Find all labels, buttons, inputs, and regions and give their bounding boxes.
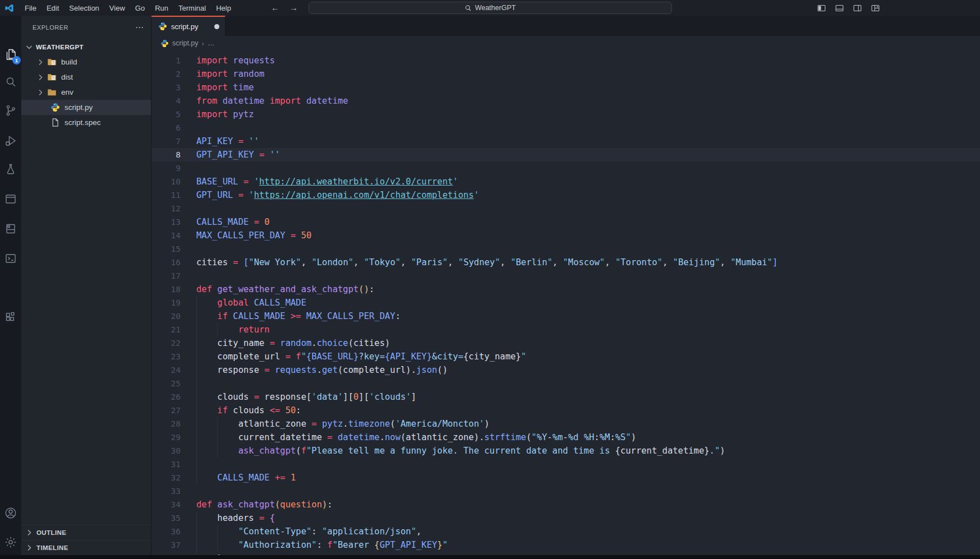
tree-item-dist[interactable]: dist <box>21 70 151 85</box>
code-line-12[interactable]: 12 <box>151 202 980 215</box>
line-content: if CALLS_MADE >= MAX_CALLS_PER_DAY: <box>196 309 401 323</box>
line-content: headers = { <box>196 511 275 525</box>
code-line-31[interactable]: 31 <box>151 458 980 471</box>
run-debug-icon[interactable] <box>3 133 19 149</box>
line-number: 26 <box>151 390 181 404</box>
folder-plain-icon <box>47 87 57 97</box>
settings-gear-icon[interactable] <box>3 534 19 550</box>
menu-file[interactable]: File <box>20 0 42 16</box>
tree-item-script-py[interactable]: script.py <box>21 100 151 115</box>
code-line-24[interactable]: 24 response = requests.get(complete_url)… <box>151 363 980 377</box>
menu-run[interactable]: Run <box>150 0 173 16</box>
search-query-text: WeatherGPT <box>475 4 516 12</box>
code-line-26[interactable]: 26 clouds = response['data'][0]['clouds'… <box>151 390 980 404</box>
line-number: 5 <box>151 108 181 121</box>
code-line-5[interactable]: 5import pytz <box>151 108 980 121</box>
code-line-25[interactable]: 25 <box>151 377 980 390</box>
indent-guide <box>196 471 197 484</box>
line-content: MAX_CALLS_PER_DAY = 50 <box>196 229 311 242</box>
toggle-primary-sidebar-icon[interactable] <box>817 3 826 13</box>
code-line-11[interactable]: 11GPT_URL = 'https://api.openai.com/v1/c… <box>151 188 980 202</box>
indent-guide <box>196 458 197 471</box>
command-center-search[interactable]: WeatherGPT <box>309 2 672 14</box>
code-line-1[interactable]: 1import requests <box>151 54 980 67</box>
code-editor[interactable]: 1import requests2import random3import ti… <box>151 50 980 555</box>
code-line-8[interactable]: 8GPT_API_KEY = '' <box>151 148 980 161</box>
line-content: CALLS_MADE = 0 <box>196 215 270 229</box>
code-line-18[interactable]: 18def get_weather_and_ask_chatgpt(): <box>151 283 980 296</box>
toggle-secondary-sidebar-icon[interactable] <box>853 3 862 13</box>
line-content: cities = ["New York", "London", "Tokyo",… <box>196 256 777 269</box>
code-line-4[interactable]: 4from datetime import datetime <box>151 94 980 108</box>
code-line-9[interactable]: 9 <box>151 161 980 175</box>
explorer-icon[interactable]: 1 <box>3 47 19 62</box>
code-line-36[interactable]: 36 "Content-Type": "application/json", <box>151 525 980 538</box>
timeline-section-header[interactable]: TIMELINE <box>21 540 151 555</box>
menu-view[interactable]: View <box>104 0 130 16</box>
line-number: 29 <box>151 431 181 444</box>
toggle-panel-icon[interactable] <box>835 3 844 13</box>
tree-item-build[interactable]: build <box>21 54 151 70</box>
menu-go[interactable]: Go <box>130 0 150 16</box>
code-line-14[interactable]: 14MAX_CALLS_PER_DAY = 50 <box>151 229 980 242</box>
terminal-icon[interactable] <box>3 251 19 266</box>
code-line-29[interactable]: 29 current_datetime = datetime.now(atlan… <box>151 431 980 444</box>
code-line-6[interactable]: 6 <box>151 121 980 135</box>
menu-help[interactable]: Help <box>211 0 236 16</box>
source-control-icon[interactable] <box>3 103 19 118</box>
chevron-right-icon <box>25 528 34 537</box>
code-line-33[interactable]: 33 <box>151 484 980 498</box>
indent-guide <box>217 444 218 458</box>
code-line-27[interactable]: 27 if clouds <= 50: <box>151 404 980 417</box>
indent-guide <box>196 377 197 390</box>
tree-item-label: env <box>61 88 73 96</box>
tab-script-py[interactable]: script.py <box>151 16 226 36</box>
code-line-2[interactable]: 2import random <box>151 67 980 81</box>
menu-edit[interactable]: Edit <box>42 0 64 16</box>
customize-layout-icon[interactable] <box>871 3 880 13</box>
nav-back-icon[interactable]: ← <box>271 0 279 16</box>
code-line-37[interactable]: 37 "Authorization": f"Bearer {GPT_API_KE… <box>151 538 980 552</box>
code-line-30[interactable]: 30 ask_chatgpt(f"Please tell me a funny … <box>151 444 980 458</box>
code-line-28[interactable]: 28 atlantic_zone = pytz.timezone('Americ… <box>151 417 980 431</box>
line-content: global CALLS_MADE <box>196 296 306 309</box>
code-line-22[interactable]: 22 city_name = random.choice(cities) <box>151 336 980 350</box>
extensions-icon[interactable] <box>3 309 19 325</box>
code-line-16[interactable]: 16cities = ["New York", "London", "Tokyo… <box>151 256 980 269</box>
code-line-32[interactable]: 32 CALLS_MADE += 1 <box>151 471 980 484</box>
code-line-13[interactable]: 13CALLS_MADE = 0 <box>151 215 980 229</box>
code-line-7[interactable]: 7API_KEY = '' <box>151 135 980 148</box>
line-number: 9 <box>151 161 181 175</box>
code-line-19[interactable]: 19 global CALLS_MADE <box>151 296 980 309</box>
code-line-3[interactable]: 3import time <box>151 81 980 94</box>
code-line-34[interactable]: 34def ask_chatgpt(question): <box>151 498 980 511</box>
code-line-20[interactable]: 20 if CALLS_MADE >= MAX_CALLS_PER_DAY: <box>151 309 980 323</box>
timeline-label: TIMELINE <box>36 544 68 551</box>
line-number: 34 <box>151 498 181 511</box>
search-icon[interactable] <box>3 74 19 90</box>
breadcrumb-symbol[interactable]: … <box>208 39 215 47</box>
line-number: 23 <box>151 350 181 363</box>
code-line-15[interactable]: 15 <box>151 242 980 256</box>
menu-terminal[interactable]: Terminal <box>173 0 211 16</box>
preview-window-icon[interactable] <box>3 191 19 207</box>
tree-item-env[interactable]: env <box>21 85 151 100</box>
code-line-21[interactable]: 21 return <box>151 323 980 336</box>
code-line-17[interactable]: 17 <box>151 269 980 283</box>
testing-icon[interactable] <box>3 161 19 177</box>
tree-item-script-spec[interactable]: script.spec <box>21 115 151 130</box>
code-line-35[interactable]: 35 headers = { <box>151 511 980 525</box>
code-line-23[interactable]: 23 complete_url = f"{BASE_URL}?key={API_… <box>151 350 980 363</box>
breadcrumb-file[interactable]: script.py <box>172 39 199 47</box>
account-icon[interactable] <box>3 505 19 521</box>
unsaved-changes-dot[interactable] <box>214 24 219 29</box>
line-content: import time <box>196 81 254 94</box>
explorer-more-actions[interactable]: ⋯ <box>135 22 144 33</box>
workspace-root-folder[interactable]: WEATHERGPT <box>21 39 151 54</box>
storage-icon[interactable] <box>3 221 19 237</box>
nav-forward-icon[interactable]: → <box>289 0 298 16</box>
outline-section-header[interactable]: OUTLINE <box>21 525 151 540</box>
code-line-10[interactable]: 10BASE_URL = 'http://api.weatherbit.io/v… <box>151 175 980 188</box>
window-bottom-edge <box>0 555 980 559</box>
menu-selection[interactable]: Selection <box>64 0 104 16</box>
